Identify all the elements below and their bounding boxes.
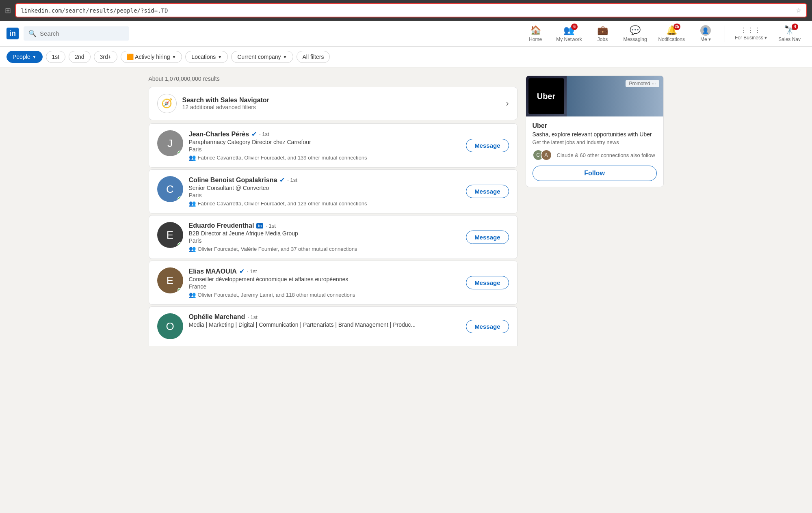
person-info: Elias MAAOUIA ✔ · 1st Conseiller dévelop… [189,267,461,298]
mutual-connections: 👥 Olivier Fourcadet, Valérie Fournier, a… [189,246,461,252]
person-info: Eduardo Freudenthal in · 1st B2B Directo… [189,222,461,252]
online-indicator [178,151,182,155]
person-title: Senior Consultant @ Converteo [189,185,461,191]
degree-badge: · 1st [259,131,269,137]
home-icon: 🏠 [530,25,541,36]
avatar: J [157,130,183,156]
avatar: O [157,313,183,339]
nav-my-network[interactable]: 👥 6 My Network [551,22,587,45]
nav-my-network-label: My Network [556,37,582,42]
sales-navigator-icon: 🧭 [157,94,177,113]
ad-avatar-2: A [541,149,552,161]
main-content: About 1,070,000,000 results 🧭 Search wit… [142,75,670,347]
person-name-row: Jean-Charles Pérès ✔ · 1st [189,130,461,138]
person-info: Coline Benoist Gopalakrisna ✔ · 1st Seni… [189,176,461,207]
sales-nav-icon: 🔭 4 [784,25,795,36]
promoted-dots-icon: ··· [652,81,656,86]
filter-2nd[interactable]: 2nd [69,51,90,63]
bookmark-icon[interactable]: ☆ [796,6,801,14]
connections-icon: 👥 [189,246,196,252]
person-name: Ophélie Marchand [189,313,245,321]
ad-card: Uber Promoted ··· Uber Sasha, explore re… [526,75,664,187]
me-avatar: 👤 [700,25,711,36]
sales-nav-subtitle: 12 additional advanced filters [182,104,269,110]
locations-chevron-down-icon: ▼ [218,55,222,59]
nav-items: 🏠 Home 👥 6 My Network 💼 Jobs 💬 Messaging… [521,22,806,45]
sales-navigator-card[interactable]: 🧭 Search with Sales Navigator 12 additio… [149,87,518,120]
nav-home[interactable]: 🏠 Home [521,22,550,45]
nav-me[interactable]: 👤 Me ▾ [691,22,720,45]
message-button[interactable]: Message [466,139,509,152]
nav-jobs[interactable]: 💼 Jobs [589,22,617,45]
sales-nav-left: 🧭 Search with Sales Navigator 12 additio… [157,94,269,113]
message-button[interactable]: Message [466,276,509,289]
person-location: France [189,283,461,290]
table-row: O Ophélie Marchand · 1st Media | Marketi… [149,306,518,346]
sales-nav-title: Search with Sales Navigator [182,97,269,104]
person-name: Eduardo Freudenthal [189,222,254,229]
url-text: linkedin.com/search/results/people/?sid=… [21,7,168,14]
ad-header: Uber Promoted ··· [526,76,663,116]
ad-sub: Get the latest jobs and industry news [533,139,657,145]
message-button[interactable]: Message [466,231,509,244]
avatar: E [157,267,183,293]
notifications-icon: 🔔 25 [666,25,677,36]
follow-button[interactable]: Follow [533,166,657,181]
my-network-icon: 👥 6 [563,25,574,36]
degree-badge: · 1st [266,223,276,229]
promoted-badge: Promoted ··· [626,80,659,87]
messaging-icon: 💬 [630,25,641,36]
linkedin-logo[interactable]: in [6,28,19,39]
verified-icon: ✔ [279,176,285,184]
table-row: C Coline Benoist Gopalakrisna ✔ · 1st Se… [149,169,518,213]
sales-nav-chevron-right-icon: › [506,98,509,109]
top-nav: in 🔍 🏠 Home 👥 6 My Network 💼 Jobs 💬 Mess… [0,21,812,47]
uber-logo: Uber [528,78,564,114]
filter-3rd-plus[interactable]: 3rd+ [94,51,117,63]
person-info: Jean-Charles Pérès ✔ · 1st Parapharmacy … [189,130,461,161]
address-bar-inner[interactable]: linkedin.com/search/results/people/?sid=… [15,3,807,17]
nav-messaging-label: Messaging [624,37,647,42]
verified-icon: ✔ [251,130,257,138]
search-input[interactable] [40,30,124,37]
filter-current-company[interactable]: Current company ▼ [231,51,293,63]
person-name-row: Ophélie Marchand · 1st [189,313,461,321]
filter-locations[interactable]: Locations ▼ [185,51,228,63]
search-bar[interactable]: 🔍 [24,26,129,41]
nav-messaging[interactable]: 💬 Messaging [619,22,652,45]
filter-all-filters[interactable]: All filters [297,51,330,63]
my-network-badge: 6 [571,24,578,30]
person-name-row: Eduardo Freudenthal in · 1st [189,222,461,229]
results-panel: About 1,070,000,000 results 🧭 Search wit… [149,75,518,347]
ad-body: Uber Sasha, explore relevant opportuniti… [526,116,663,187]
message-button[interactable]: Message [466,320,509,333]
ad-company-name: Uber [533,122,657,129]
filter-1st[interactable]: 1st [46,51,66,63]
search-icon: 🔍 [28,30,37,37]
nav-divider [725,26,725,42]
person-title: B2B Director at Jeune Afrique Media Grou… [189,230,461,237]
browser-icon: ⊞ [5,6,11,15]
degree-badge: · 1st [287,177,297,183]
connections-icon: 👥 [189,200,196,207]
nav-for-business[interactable]: ⋮⋮⋮ For Business ▾ [730,23,772,44]
message-button[interactable]: Message [466,185,509,198]
current-company-chevron-down-icon: ▼ [283,55,287,59]
person-title: Media | Marketing | Digital | Communicat… [189,321,461,328]
nav-me-label: Me ▾ [700,37,711,42]
online-indicator [178,196,182,201]
uber-logo-text: Uber [537,92,556,101]
filter-actively-hiring[interactable]: 🟧 Actively hiring ▼ [121,51,182,63]
nav-notifications-label: Notifications [658,37,685,42]
sidebar: Uber Promoted ··· Uber Sasha, explore re… [526,75,664,347]
ad-connections-text: Claude & 60 other connections also follo… [557,152,655,158]
mutual-connections: 👥 Olivier Fourcadet, Jeremy Lamri, and 1… [189,291,461,298]
nav-sales-nav[interactable]: 🔭 4 Sales Nav [773,22,806,45]
for-business-icon: ⋮⋮⋮ [741,26,761,34]
person-title: Conseiller développement économique et a… [189,276,461,282]
filter-people[interactable]: People ▼ [6,51,43,63]
nav-notifications[interactable]: 🔔 25 Notifications [654,22,690,45]
ad-tagline: Sasha, explore relevant opportunities wi… [533,131,657,138]
nav-home-label: Home [529,37,542,42]
in-badge: in [256,223,263,228]
